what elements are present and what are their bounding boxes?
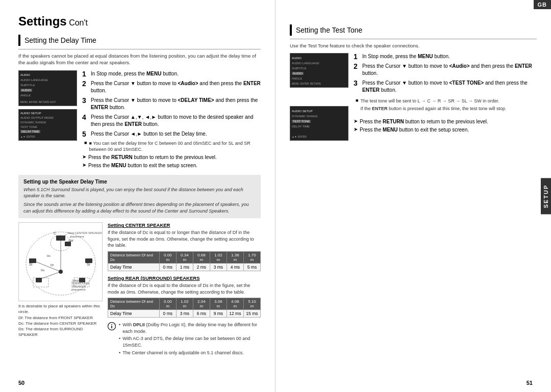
title-text: Settings [18, 14, 67, 28]
page-container: Settings Con't Setting the Delay Time If… [0, 0, 551, 392]
svg-text:placement: placement [71, 288, 86, 291]
page-title-area: Settings Con't [18, 14, 261, 29]
screen-images: AUDIO AUDIO LANGUAGE SUBTITLE AUDIO ANGL… [18, 70, 77, 171]
gb-badge: GB [534, 0, 552, 9]
svg-text:Df: Df [51, 264, 54, 267]
svg-rect-31 [111, 326, 112, 328]
right-menu-note: ➤ Press the MENU button to exit the setu… [354, 126, 537, 134]
notes-list: With DPLII (Dolby Pro Logic II), the del… [119, 322, 261, 357]
svg-text:placement: placement [70, 235, 84, 238]
diagram-section: C SW Dc Df Ds Sl Sr Ideal CENTER SPEAKER… [18, 222, 261, 358]
rear-speaker-text: If the distance of Ds is equal to the di… [108, 282, 261, 295]
diagram-right: Setting CENTER SPEAKER If the distance o… [108, 222, 261, 358]
page-number-left: 50 [18, 380, 24, 386]
step5-note: ■ ■ You can set the delay time for C bet… [82, 140, 261, 152]
right-return-notes: ➤ Press the RETURN button to return to t… [354, 118, 537, 134]
right-steps-area: AUDIO AUDIO LANGUAGE SUBTITLE AUDIO ANGL… [290, 53, 537, 141]
steps-area: AUDIO AUDIO LANGUAGE SUBTITLE AUDIO ANGL… [18, 70, 261, 171]
test-tone-notes: ■ The test tone will be sent to L → C → … [354, 98, 537, 112]
note-icon [108, 322, 116, 330]
step-2: 2 Press the Cursor ▼ button to move to <… [82, 80, 261, 94]
svg-point-30 [111, 324, 112, 325]
step-5: 5 Press the Cursor ◄,► button to set the… [82, 130, 261, 138]
test-tone-note: ■ The test tone will be sent to L → C → … [354, 98, 537, 104]
section1-title: Setting the Delay Time [24, 35, 96, 45]
svg-text:C: C [54, 231, 56, 235]
screen2-content: AUDIO SETUP AUDIO OUTPUT MODE DYNAMIC RA… [19, 110, 77, 140]
right-page: GB Setting the Test Tone Use the Test To… [276, 0, 551, 392]
notes-icon-area: With DPLII (Dolby Pro Logic II), the del… [108, 322, 261, 357]
section2-heading: Setting the Test Tone [290, 24, 537, 36]
svg-text:SW: SW [68, 239, 73, 242]
heading-bar-2 [290, 24, 292, 36]
step-4: 4 Press the Cursor ▲,▼, ◄,► button to mo… [82, 114, 261, 128]
diagram-svg: C SW Dc Df Ds Sl Sr Ideal CENTER SPEAKER… [19, 223, 103, 301]
setup-badge: SETUP [541, 178, 551, 214]
rear-delay-table: Distance between Df and Dc 0.00 m 1.02 m… [108, 298, 261, 318]
note-1: With DPLII (Dolby Pro Logic II), the del… [119, 322, 261, 334]
svg-rect-4 [56, 236, 65, 241]
note-2: With AC-3 and DTS, the delay time can be… [119, 335, 261, 348]
center-table-header-label: Distance between Df and Dc [108, 252, 160, 264]
section2-title: Setting the Test Tone [296, 25, 362, 35]
right-step-3: 3 Press the Cursor ▼ button to move to <… [354, 80, 537, 94]
right-screen-1: AUDIO AUDIO LANGUAGE SUBTITLE AUDIO ANGL… [290, 53, 348, 88]
center-speaker-text: If the distance of Dc is equal to or lon… [108, 229, 261, 249]
section1-intro: If the speakers cannot be placed at equa… [18, 53, 261, 66]
svg-line-13 [38, 272, 61, 280]
infobox-text2: Since the sounds arrive at the listening… [23, 201, 256, 214]
info-box: Setting up the Speaker Delay Time When 5… [18, 175, 261, 218]
svg-line-12 [33, 260, 61, 272]
svg-text:Ideal CENTER SPEAKER: Ideal CENTER SPEAKER [67, 231, 103, 234]
section1-heading: Setting the Delay Time [18, 35, 261, 46]
test-tone-note2: ■ If the ENTER button is pressed again a… [354, 106, 537, 112]
center-delay-table: Distance between Df and Dc 0.00 m 0.34 m… [108, 251, 261, 271]
section2-intro: Use the Test Tone feature to check the s… [290, 42, 537, 49]
step-3: 3 Press the Cursor ▼ button to move to <… [82, 97, 261, 111]
right-screen-2: AUDIO SETUP DYNAMIC RANGE TEST TONE DELA… [290, 106, 348, 141]
title-suffix: Con't [67, 18, 88, 27]
svg-text:Dc: Dc [47, 254, 51, 257]
menu-note: ➤ Press the MENU button to exit the setu… [82, 162, 261, 169]
note-3: The Center channel is only adjustable on… [119, 350, 261, 356]
svg-text:Sr: Sr [87, 263, 91, 266]
steps-list: 1 In Stop mode, press the MENU button. 2… [82, 70, 261, 171]
svg-text:Ds: Ds [41, 269, 44, 272]
infobox-text1: When 5.1CH Surround Sound is played, you… [23, 187, 256, 199]
screen1-content: AUDIO AUDIO LANGUAGE SUBTITLE AUDIO ANGL… [19, 71, 77, 106]
right-steps-list: 1 In Stop mode, press the MENU button. 2… [354, 53, 537, 141]
diagram-left: C SW Dc Df Ds Sl Sr Ideal CENTER SPEAKER… [18, 222, 103, 358]
left-page: Settings Con't Setting the Delay Time If… [0, 0, 276, 392]
page-title: Settings Con't [18, 14, 261, 29]
right-return-note: ➤ Press the RETURN button to return to t… [354, 118, 537, 125]
section1-divider [18, 49, 261, 49]
screen-image-1: AUDIO AUDIO LANGUAGE SUBTITLE AUDIO ANGL… [18, 70, 77, 106]
right-screen-images: AUDIO AUDIO LANGUAGE SUBTITLE AUDIO ANGL… [290, 53, 348, 141]
infobox-title: Setting up the Speaker Delay Time [23, 179, 256, 185]
right-step-1: 1 In Stop mode, press the MENU button. [354, 53, 537, 60]
page-number-right: 51 [527, 380, 533, 386]
svg-rect-8 [36, 278, 42, 282]
screen-image-2: AUDIO SETUP AUDIO OUTPUT MODE DYNAMIC RA… [18, 109, 77, 141]
rear-speaker-title: Setting REAR (SURROUND) SPEAKERS [108, 275, 261, 281]
step-1: 1 In Stop mode, press the MENU button. [82, 70, 261, 77]
section2-heading-area: Setting the Test Tone Use the Test Tone … [290, 24, 537, 49]
center-speaker-title: Setting CENTER SPEAKER [108, 222, 261, 228]
return-note: ➤ Press the RETURN button to return to t… [82, 154, 261, 161]
diagram-caption: It is desirable to place all speakers wi… [18, 303, 103, 337]
svg-rect-5 [65, 242, 71, 246]
right-step-2: 2 Press the Cursor ▼ button to move to <… [354, 63, 537, 77]
svg-text:Sl: Sl [29, 263, 33, 266]
section2-divider [290, 39, 537, 39]
speaker-diagram: C SW Dc Df Ds Sl Sr Ideal CENTER SPEAKER… [18, 222, 103, 301]
heading-bar [18, 35, 20, 46]
